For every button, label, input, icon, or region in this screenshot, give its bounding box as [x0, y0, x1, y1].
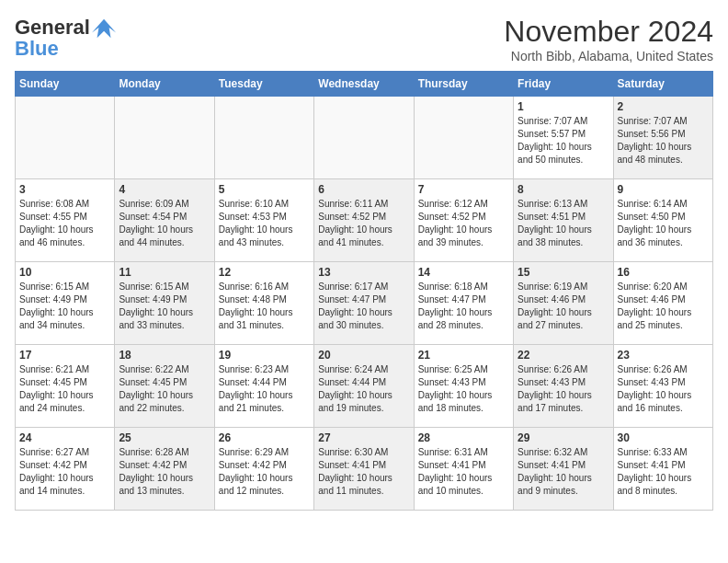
day-info: Sunrise: 6:22 AM Sunset: 4:45 PM Dayligh…: [119, 363, 210, 415]
day-cell: 7Sunrise: 6:12 AM Sunset: 4:52 PM Daylig…: [414, 179, 513, 262]
day-number: 12: [219, 266, 310, 279]
day-info: Sunrise: 6:10 AM Sunset: 4:53 PM Dayligh…: [219, 198, 310, 249]
day-info: Sunrise: 6:30 AM Sunset: 4:41 PM Dayligh…: [318, 446, 409, 498]
day-info: Sunrise: 6:32 AM Sunset: 4:41 PM Dayligh…: [518, 446, 609, 498]
day-number: 5: [219, 183, 310, 196]
week-row-4: 24Sunrise: 6:27 AM Sunset: 4:42 PM Dayli…: [16, 428, 713, 511]
day-cell: 20Sunrise: 6:24 AM Sunset: 4:44 PM Dayli…: [314, 345, 414, 428]
day-cell: 17Sunrise: 6:21 AM Sunset: 4:45 PM Dayli…: [16, 345, 115, 428]
day-number: 20: [318, 349, 409, 362]
month-title: November 2024: [504, 15, 713, 49]
day-info: Sunrise: 6:16 AM Sunset: 4:48 PM Dayligh…: [219, 281, 310, 332]
day-number: 3: [19, 183, 110, 196]
day-info: Sunrise: 6:29 AM Sunset: 4:42 PM Dayligh…: [219, 446, 310, 498]
week-row-1: 3Sunrise: 6:08 AM Sunset: 4:55 PM Daylig…: [16, 179, 713, 262]
day-cell: 21Sunrise: 6:25 AM Sunset: 4:43 PM Dayli…: [414, 345, 513, 428]
day-number: 28: [418, 431, 509, 444]
day-cell: 12Sunrise: 6:16 AM Sunset: 4:48 PM Dayli…: [214, 262, 313, 345]
day-cell: 8Sunrise: 6:13 AM Sunset: 4:51 PM Daylig…: [514, 179, 613, 262]
day-cell: 4Sunrise: 6:09 AM Sunset: 4:54 PM Daylig…: [115, 179, 214, 262]
day-number: 27: [318, 431, 409, 444]
day-cell: 1Sunrise: 7:07 AM Sunset: 5:57 PM Daylig…: [514, 97, 613, 179]
day-cell: 6Sunrise: 6:11 AM Sunset: 4:52 PM Daylig…: [314, 179, 414, 262]
day-info: Sunrise: 6:11 AM Sunset: 4:52 PM Dayligh…: [318, 198, 409, 249]
day-info: Sunrise: 6:24 AM Sunset: 4:44 PM Dayligh…: [318, 363, 409, 415]
logo-icon: [92, 15, 118, 40]
day-info: Sunrise: 6:15 AM Sunset: 4:49 PM Dayligh…: [19, 281, 110, 332]
day-number: 19: [219, 349, 310, 362]
day-number: 26: [219, 431, 310, 444]
day-cell: 19Sunrise: 6:23 AM Sunset: 4:44 PM Dayli…: [214, 345, 313, 428]
location: North Bibb, Alabama, United States: [504, 49, 713, 63]
day-info: Sunrise: 6:26 AM Sunset: 4:43 PM Dayligh…: [618, 363, 709, 415]
day-info: Sunrise: 7:07 AM Sunset: 5:56 PM Dayligh…: [618, 115, 709, 167]
header-friday: Friday: [514, 72, 613, 97]
day-cell: 23Sunrise: 6:26 AM Sunset: 4:43 PM Dayli…: [613, 345, 712, 428]
header-thursday: Thursday: [414, 72, 513, 97]
day-info: Sunrise: 6:23 AM Sunset: 4:44 PM Dayligh…: [219, 363, 310, 415]
day-cell: 3Sunrise: 6:08 AM Sunset: 4:55 PM Daylig…: [16, 179, 115, 262]
day-number: 14: [418, 266, 509, 279]
day-number: 30: [618, 431, 709, 444]
day-number: 29: [518, 431, 609, 444]
day-cell: 2Sunrise: 7:07 AM Sunset: 5:56 PM Daylig…: [613, 97, 712, 179]
day-cell: 5Sunrise: 6:10 AM Sunset: 4:53 PM Daylig…: [214, 179, 313, 262]
day-info: Sunrise: 6:19 AM Sunset: 4:46 PM Dayligh…: [518, 281, 609, 332]
day-number: 9: [618, 183, 709, 196]
day-cell: 10Sunrise: 6:15 AM Sunset: 4:49 PM Dayli…: [16, 262, 115, 345]
day-info: Sunrise: 6:20 AM Sunset: 4:46 PM Dayligh…: [618, 281, 709, 332]
day-cell: 27Sunrise: 6:30 AM Sunset: 4:41 PM Dayli…: [314, 428, 414, 511]
day-info: Sunrise: 6:27 AM Sunset: 4:42 PM Dayligh…: [19, 446, 110, 498]
day-info: Sunrise: 6:14 AM Sunset: 4:50 PM Dayligh…: [618, 198, 709, 249]
day-cell: [214, 97, 313, 179]
day-cell: 24Sunrise: 6:27 AM Sunset: 4:42 PM Dayli…: [16, 428, 115, 511]
day-info: Sunrise: 6:21 AM Sunset: 4:45 PM Dayligh…: [19, 363, 110, 415]
header-monday: Monday: [115, 72, 214, 97]
day-number: 13: [318, 266, 409, 279]
day-cell: 13Sunrise: 6:17 AM Sunset: 4:47 PM Dayli…: [314, 262, 414, 345]
day-info: Sunrise: 6:13 AM Sunset: 4:51 PM Dayligh…: [518, 198, 609, 249]
day-cell: 28Sunrise: 6:31 AM Sunset: 4:41 PM Dayli…: [414, 428, 513, 511]
day-number: 15: [518, 266, 609, 279]
week-row-0: 1Sunrise: 7:07 AM Sunset: 5:57 PM Daylig…: [16, 97, 713, 179]
day-number: 7: [418, 183, 509, 196]
calendar-table: SundayMondayTuesdayWednesdayThursdayFrid…: [15, 71, 713, 511]
day-info: Sunrise: 7:07 AM Sunset: 5:57 PM Dayligh…: [518, 115, 609, 167]
day-cell: 22Sunrise: 6:26 AM Sunset: 4:43 PM Dayli…: [514, 345, 613, 428]
day-number: 17: [19, 349, 110, 362]
day-cell: 16Sunrise: 6:20 AM Sunset: 4:46 PM Dayli…: [613, 262, 712, 345]
header-sunday: Sunday: [16, 72, 115, 97]
day-number: 25: [119, 431, 210, 444]
day-cell: [314, 97, 414, 179]
day-cell: 30Sunrise: 6:33 AM Sunset: 4:41 PM Dayli…: [613, 428, 712, 511]
day-info: Sunrise: 6:31 AM Sunset: 4:41 PM Dayligh…: [418, 446, 509, 498]
day-cell: 18Sunrise: 6:22 AM Sunset: 4:45 PM Dayli…: [115, 345, 214, 428]
day-info: Sunrise: 6:15 AM Sunset: 4:49 PM Dayligh…: [119, 281, 210, 332]
day-info: Sunrise: 6:08 AM Sunset: 4:55 PM Dayligh…: [19, 198, 110, 249]
day-cell: [16, 97, 115, 179]
day-cell: 29Sunrise: 6:32 AM Sunset: 4:41 PM Dayli…: [514, 428, 613, 511]
day-number: 6: [318, 183, 409, 196]
day-number: 23: [618, 349, 709, 362]
day-cell: 9Sunrise: 6:14 AM Sunset: 4:50 PM Daylig…: [613, 179, 712, 262]
header-tuesday: Tuesday: [214, 72, 313, 97]
day-info: Sunrise: 6:25 AM Sunset: 4:43 PM Dayligh…: [418, 363, 509, 415]
header-saturday: Saturday: [613, 72, 712, 97]
day-cell: 26Sunrise: 6:29 AM Sunset: 4:42 PM Dayli…: [214, 428, 313, 511]
day-info: Sunrise: 6:28 AM Sunset: 4:42 PM Dayligh…: [119, 446, 210, 498]
title-block: November 2024 North Bibb, Alabama, Unite…: [504, 15, 713, 63]
day-info: Sunrise: 6:26 AM Sunset: 4:43 PM Dayligh…: [518, 363, 609, 415]
day-number: 21: [418, 349, 509, 362]
day-cell: 15Sunrise: 6:19 AM Sunset: 4:46 PM Dayli…: [514, 262, 613, 345]
page-header: General Blue November 2024 North Bibb, A…: [15, 15, 713, 63]
day-number: 2: [618, 100, 709, 113]
day-number: 22: [518, 349, 609, 362]
day-number: 18: [119, 349, 210, 362]
day-number: 10: [19, 266, 110, 279]
day-cell: 14Sunrise: 6:18 AM Sunset: 4:47 PM Dayli…: [414, 262, 513, 345]
day-number: 4: [119, 183, 210, 196]
day-number: 8: [518, 183, 609, 196]
day-info: Sunrise: 6:09 AM Sunset: 4:54 PM Dayligh…: [119, 198, 210, 249]
header-row: SundayMondayTuesdayWednesdayThursdayFrid…: [16, 72, 713, 97]
day-cell: [115, 97, 214, 179]
